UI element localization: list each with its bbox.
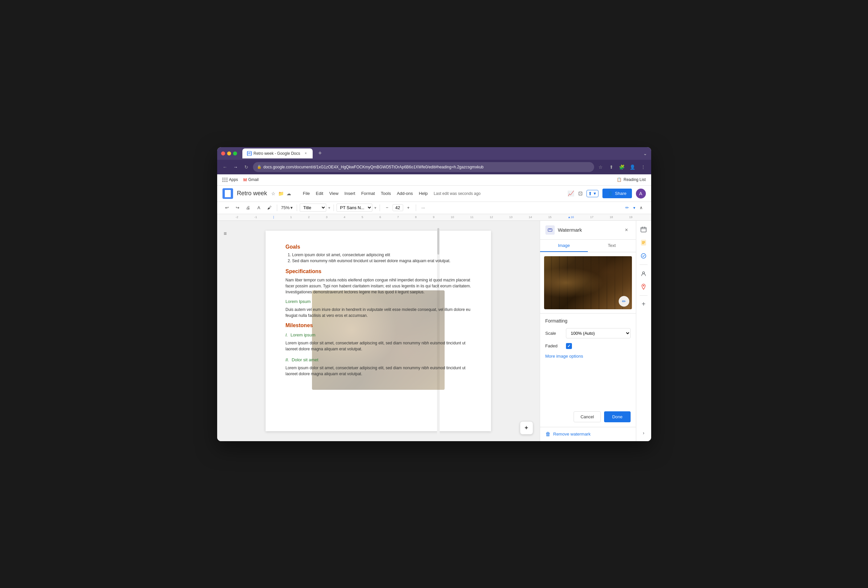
doc-header: Retro week ☆ 📁 ☁ File Edit View Insert F… <box>217 186 651 214</box>
more-options-button[interactable]: ··· <box>419 203 428 212</box>
doc-title-icons: ☆ 📁 ☁ <box>271 191 291 196</box>
sidebar-divider-2 <box>639 295 648 296</box>
cancel-button[interactable]: Cancel <box>574 411 601 422</box>
sidebar-expand-icon[interactable]: › <box>643 430 645 436</box>
tab-image[interactable]: Image <box>540 240 588 252</box>
trending-icon[interactable]: 📈 <box>568 190 574 196</box>
toolbar-separator-5 <box>416 205 416 211</box>
panel-tabs: Image Text <box>540 240 636 252</box>
svg-rect-6 <box>642 227 643 228</box>
url-bar[interactable]: 🔒 docs.google.com/document/d/1xG1zOE4X_H… <box>253 162 594 172</box>
toolbar-separator-1 <box>277 205 277 211</box>
faded-checkbox[interactable] <box>566 343 572 349</box>
menu-format[interactable]: Format <box>359 190 377 197</box>
font-selector[interactable]: PT Sans N... <box>337 203 372 212</box>
svg-rect-4 <box>548 229 552 231</box>
undo-button[interactable]: ↩ <box>223 203 232 212</box>
scale-selector[interactable]: 100% (Auto) <box>566 328 630 338</box>
user-avatar[interactable]: A <box>636 189 646 199</box>
collapse-button[interactable]: ∧ <box>636 203 646 212</box>
forward-button[interactable]: → <box>232 163 240 171</box>
remove-watermark-button[interactable]: 🗑 Remove watermark <box>540 427 636 441</box>
done-button[interactable]: Done <box>604 411 630 422</box>
sidebar-add-icon[interactable]: + <box>638 298 650 310</box>
watermark-image-preview: ✏ <box>544 256 632 309</box>
reading-list[interactable]: 📋 Reading List <box>617 177 646 182</box>
edit-image-button[interactable]: ✏ <box>619 296 629 307</box>
svg-rect-7 <box>644 227 645 228</box>
window-chevron[interactable]: ⌄ <box>643 151 647 156</box>
menu-file[interactable]: File <box>300 190 313 197</box>
right-sidebar: + › <box>636 221 651 441</box>
menu-edit[interactable]: Edit <box>313 190 326 197</box>
share-button[interactable]: 👤 Share <box>602 189 632 198</box>
bookmark-star-icon[interactable]: ☆ <box>597 163 605 171</box>
font-size-increase[interactable]: + <box>404 203 413 212</box>
font-size-input[interactable] <box>393 204 403 211</box>
panel-buttons: Cancel Done <box>540 411 636 427</box>
floating-action-button[interactable]: ✦ <box>520 421 533 435</box>
doc-menu: File Edit View Insert Format Tools Add-o… <box>300 190 564 197</box>
pen-tool-button[interactable]: ✏ <box>623 203 632 212</box>
present-button[interactable]: ⬆ ▼ <box>586 190 598 197</box>
star-icon[interactable]: ☆ <box>271 191 276 196</box>
active-tab[interactable]: Retro week - Google Docs × <box>242 149 313 158</box>
formatting-bar: ↩ ↪ 🖨 A 🖌 75% ▾ Title ▾ PT Sans N... ▾ − <box>217 202 651 214</box>
sidebar-notes-icon[interactable] <box>638 237 650 249</box>
reading-list-label: Reading List <box>624 177 646 182</box>
redo-button[interactable]: ↪ <box>233 203 242 212</box>
spell-check-button[interactable]: A <box>254 203 264 212</box>
doc-content-overlay: Goals Lorem ipsum dolor sit amet, consec… <box>285 244 471 377</box>
outline-icon[interactable]: ≡ <box>224 231 227 237</box>
extensions-icon[interactable]: 🧩 <box>618 163 626 171</box>
maximize-window-button[interactable] <box>233 152 237 155</box>
traffic-lights <box>221 152 237 155</box>
menu-view[interactable]: View <box>326 190 341 197</box>
style-selector[interactable]: Title <box>300 203 326 212</box>
specs-heading: Specifications <box>285 268 471 274</box>
sidebar-tasks-icon[interactable] <box>638 250 650 262</box>
font-size-decrease[interactable]: − <box>382 203 392 212</box>
main-area: ≡ Goals Lorem ipsum dolor sit amet, cons… <box>217 221 651 441</box>
zoom-selector[interactable]: 75% ▾ <box>280 205 294 211</box>
doc-title-bar: Retro week ☆ 📁 ☁ File Edit View Insert F… <box>217 186 651 202</box>
doc-settings-icon[interactable]: ⊡ <box>578 190 583 196</box>
more-options-icon[interactable]: ⋮ <box>639 163 647 171</box>
new-tab-button[interactable]: + <box>315 149 325 158</box>
share-page-icon[interactable]: ⬆ <box>607 163 616 171</box>
svg-rect-2 <box>248 153 250 153</box>
apps-bookmark[interactable]: Apps <box>223 177 238 182</box>
back-button[interactable]: ← <box>221 163 229 171</box>
cloud-icon[interactable]: ☁ <box>286 191 291 196</box>
milestone-1: I. Lorem ipsum Lorem ipsum dolor sit ame… <box>285 332 471 352</box>
sidebar-contacts-icon[interactable] <box>638 267 650 279</box>
apps-label: Apps <box>229 177 238 182</box>
reload-button[interactable]: ↻ <box>242 163 250 171</box>
address-bar: ← → ↻ 🔒 docs.google.com/document/d/1xG1z… <box>217 160 651 174</box>
milestones-heading: Milestones <box>285 323 471 329</box>
panel-close-button[interactable]: × <box>623 226 630 234</box>
gmail-bookmark[interactable]: M Gmail <box>244 177 258 182</box>
paint-format-button[interactable]: 🖌 <box>265 203 274 212</box>
menu-insert[interactable]: Insert <box>342 190 358 197</box>
menu-tools[interactable]: Tools <box>378 190 394 197</box>
tab-title: Retro week - Google Docs <box>254 151 300 156</box>
milestone-1-title: Lorem ipsum <box>291 332 315 337</box>
font-size-control: − + <box>382 203 413 212</box>
tab-close-button[interactable]: × <box>303 151 308 156</box>
panel-image-area: ✏ <box>540 252 636 314</box>
tab-text[interactable]: Text <box>588 240 636 252</box>
title-bar: Retro week - Google Docs × + ⌄ <box>217 147 651 160</box>
folder-icon[interactable]: 📁 <box>278 191 284 196</box>
profile-icon[interactable]: 👤 <box>629 163 636 171</box>
close-window-button[interactable] <box>221 152 225 155</box>
menu-addons[interactable]: Add-ons <box>394 190 415 197</box>
more-image-options-link[interactable]: More image options <box>545 354 630 359</box>
print-button[interactable]: 🖨 <box>244 203 253 212</box>
goals-heading: Goals <box>285 244 471 250</box>
minimize-window-button[interactable] <box>227 152 231 155</box>
doc-content[interactable]: ≡ Goals Lorem ipsum dolor sit amet, cons… <box>217 221 540 441</box>
sidebar-maps-icon[interactable] <box>638 281 650 293</box>
menu-help[interactable]: Help <box>416 190 430 197</box>
sidebar-calendar-icon[interactable] <box>638 223 650 235</box>
